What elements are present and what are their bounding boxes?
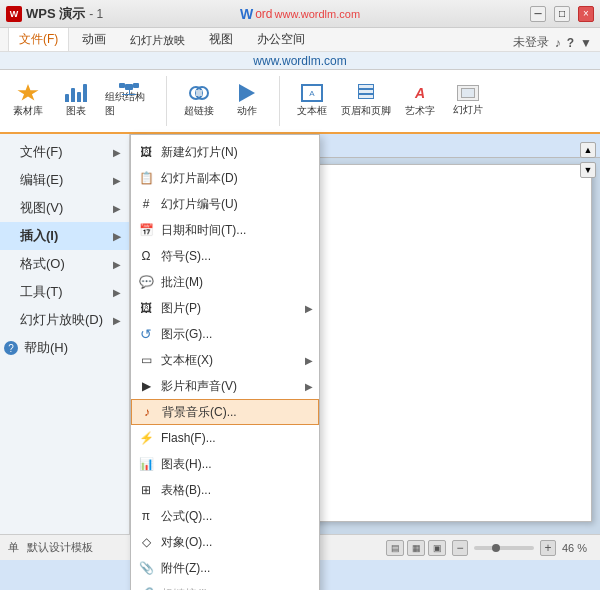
menu-file[interactable]: 文件(F) ▶ [0,138,129,166]
submenu-bgmusic[interactable]: ♪ 背景音乐(C)... [131,399,319,425]
datetime-label: 日期和时间(T)... [161,222,246,239]
picture-label: 图片(P) [161,300,201,317]
minimize-button[interactable]: ─ [530,6,546,22]
submenu-comment[interactable]: 💬 批注(M) [131,269,319,295]
zoom-level[interactable]: 46 % [562,542,592,554]
submenu-object[interactable]: ◇ 对象(O)... [131,529,319,555]
view-slide-button[interactable]: ▦ [407,540,425,556]
menu-tools[interactable]: 工具(T) ▶ [0,278,129,306]
left-menu: 文件(F) ▶ 编辑(E) ▶ 视图(V) ▶ 插入(I) ▶ 格式(O) ▶ … [0,134,130,534]
submenu-symbol[interactable]: Ω 符号(S)... [131,243,319,269]
slide-label: 幻灯片 [453,103,483,117]
submenu-textbox[interactable]: ▭ 文本框(X) ▶ [131,347,319,373]
submenu-slide-number[interactable]: # 幻灯片编号(U) [131,191,319,217]
view-normal-button[interactable]: ▤ [386,540,404,556]
slide-icon [457,85,479,101]
textbox-icon: A [301,84,323,102]
motion-icon [236,84,258,102]
attachment-icon: 📎 [137,559,155,577]
menu-slideshow-label: 幻灯片放映(D) [20,311,103,329]
toolbar-org[interactable]: 组织结构图 [104,83,154,119]
submenu-hyperlink[interactable]: 🔗 超链接(I)... Ctrl+K [131,581,319,590]
title-bar: W WPS 演示 - 1 W ord www.wordlm.com ─ □ × [0,0,600,28]
formula-icon: π [137,507,155,525]
dropdown-arrow[interactable]: ▼ [580,36,592,50]
watermark-url: www.wordlm.com [253,54,346,68]
unlogged-text[interactable]: 未登录 [513,34,549,51]
submenu-slide-copy[interactable]: 📋 幻灯片副本(D) [131,165,319,191]
hyperlink-label: 超链接 [184,104,214,118]
slide-copy-icon: 📋 [137,169,155,187]
question-icon[interactable]: ? [567,36,574,50]
submenu-datetime[interactable]: 📅 日期和时间(T)... [131,217,319,243]
title-text: WPS 演示 [26,5,85,23]
hyperlink-sub-icon: 🔗 [137,585,155,590]
submenu-chart[interactable]: 📊 图表(H)... [131,451,319,477]
header-footer-label: 页眉和页脚 [341,104,391,118]
zoom-slider-thumb [492,544,500,552]
submenu-formula[interactable]: π 公式(Q)... [131,503,319,529]
menu-view[interactable]: 视图(V) ▶ [0,194,129,222]
submenu-flash[interactable]: ⚡ Flash(F)... [131,425,319,451]
scroll-down-button[interactable]: ▼ [580,162,596,178]
title-controls: ─ □ × [530,6,594,22]
title-bar-left: W WPS 演示 - 1 [6,5,103,23]
toolbar-header-footer[interactable]: 页眉和页脚 [340,83,392,119]
tab-office[interactable]: 办公空间 [246,27,316,51]
zoom-out-button[interactable]: − [452,540,468,556]
toolbar-textbox[interactable]: A 文本框 [292,83,332,119]
tab-slideshow[interactable]: 幻灯片放映 [119,29,196,51]
hyperlink-icon [188,84,210,102]
toolbar-artword[interactable]: A 艺术字 [400,83,440,119]
submenu-table[interactable]: ⊞ 表格(B)... [131,477,319,503]
new-slide-label: 新建幻灯片(N) [161,144,238,161]
bell-icon[interactable]: ♪ [555,36,561,50]
tab-view[interactable]: 视图 [198,27,244,51]
zoom-in-button[interactable]: + [540,540,556,556]
toolbar-materials[interactable]: 素材库 [8,83,48,119]
symbol-icon: Ω [137,247,155,265]
media-icon: ▶ [137,377,155,395]
template-name: 默认设计模板 [27,540,93,555]
scroll-up-button[interactable]: ▲ [580,142,596,158]
table-label: 表格(B)... [161,482,211,499]
menu-insert[interactable]: 插入(I) ▶ [0,222,129,250]
submenu-picture[interactable]: 🖼 图片(P) ▶ [131,295,319,321]
datetime-icon: 📅 [137,221,155,239]
bgmusic-icon: ♪ [138,403,156,421]
media-arrow: ▶ [305,381,313,392]
view-outline-button[interactable]: ▣ [428,540,446,556]
submenu-media[interactable]: ▶ 影片和声音(V) ▶ [131,373,319,399]
ribbon-tabs: 文件(F) 动画 幻灯片放映 视图 办公空间 未登录 ♪ ? ▼ [0,28,600,52]
toolbar-slide[interactable]: 幻灯片 [448,83,488,119]
menu-view-label: 视图(V) [20,199,63,217]
menu-edit[interactable]: 编辑(E) ▶ [0,166,129,194]
tab-file[interactable]: 文件(F) [8,27,69,51]
slide-number-icon: # [137,195,155,213]
zoom-slider[interactable] [474,546,534,550]
submenu-new-slide[interactable]: 🖼 新建幻灯片(N) [131,139,319,165]
submenu-attachment[interactable]: 📎 附件(Z)... [131,555,319,581]
toolbar-chart[interactable]: 图表 [56,83,96,119]
tab-animation[interactable]: 动画 [71,27,117,51]
flash-icon: ⚡ [137,429,155,447]
object-label: 对象(O)... [161,534,212,551]
watermark-bar: www.wordlm.com [0,52,600,70]
toolbar-action[interactable]: 动作 [227,83,267,119]
maximize-button[interactable]: □ [554,6,570,22]
help-icon: ? [4,341,18,355]
menu-help[interactable]: ? 帮助(H) [0,334,129,362]
close-button[interactable]: × [578,6,594,22]
org-icon [118,84,140,88]
menu-edit-arrow: ▶ [113,175,121,186]
submenu-diagram[interactable]: ↺ 图示(G)... [131,321,319,347]
toolbar-hyperlink[interactable]: 超链接 [179,83,219,119]
menu-format[interactable]: 格式(O) ▶ [0,250,129,278]
separator-1 [166,76,167,126]
diagram-icon: ↺ [137,325,155,343]
svg-rect-2 [196,90,202,96]
menu-file-arrow: ▶ [113,147,121,158]
diagram-label: 图示(G)... [161,326,212,343]
formula-label: 公式(Q)... [161,508,212,525]
menu-slideshow[interactable]: 幻灯片放映(D) ▶ [0,306,129,334]
